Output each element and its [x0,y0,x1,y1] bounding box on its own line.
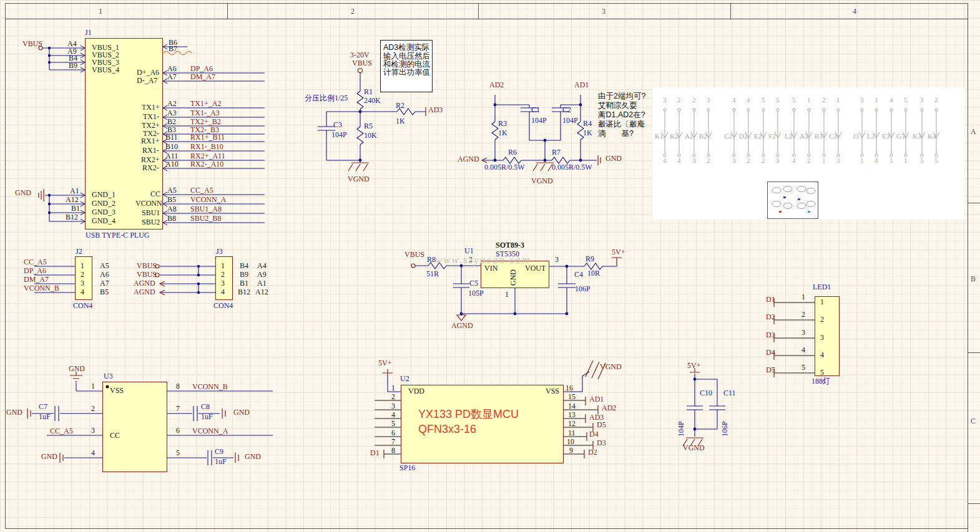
label-cc: CC [110,432,120,439]
label-a2: A2 [685,133,693,140]
label-4: 4 [747,97,750,104]
label-b1: B1 [71,205,80,212]
label-11: 11 [568,429,576,437]
label-vconn_b: VCONN_B [192,383,228,390]
label-1: 1 [875,97,878,104]
mcu-title: YX133 PD数显MCU [418,409,519,420]
label-4: 4 [792,157,796,164]
label-j3: J3 [853,133,859,140]
label-b7: B7 [169,45,177,52]
label-c11: C11 [723,389,736,397]
label-1k: 1K [396,117,405,125]
label-k2: K2 [670,133,678,140]
label-b2: B2 [699,133,707,140]
label-vss: VSS [110,387,124,394]
refdes-j3: J3 [216,248,223,255]
label-7: 7 [176,405,180,412]
label-104p: 104P [331,131,347,138]
label-tx1+: TX1+ [142,104,160,111]
label-5: 5 [391,420,395,427]
label-2: 2 [934,97,938,104]
label-b10: B10 [165,143,178,150]
label-10: 10 [567,438,574,445]
label-gnd: GND [605,155,622,162]
label-zh-text: 输入电压然后 [383,52,430,60]
label-b9: B9 [69,62,77,69]
label-d1: D1 [370,449,380,457]
label-d5: D5 [766,366,775,374]
label-5v+: 5V+ [612,248,625,256]
label-1: 1 [801,293,805,301]
label-1: 1 [91,382,95,390]
label-3: 3 [836,157,840,164]
label-k1: K1 [655,133,663,140]
label-tx1+_a2: TX1+_A2 [190,100,221,107]
label-2: 2 [692,97,696,104]
label-sbu1: SBU1 [142,209,160,216]
label-a4: A4 [257,262,267,269]
label-b2: B2 [167,118,176,125]
label-15: 15 [568,393,576,400]
label-vgnd: VGND [348,175,370,183]
label-12: 12 [568,420,576,427]
label-2: 2 [801,311,805,318]
label-b11: B11 [165,133,178,141]
label-vconn_a: VCONN_A [192,427,228,435]
label-vconn: VCONN [135,200,162,207]
label-c5: C5 [469,279,478,287]
label-agnd: AGND [451,322,473,329]
label-8: 8 [176,382,180,390]
label-d3: D3 [766,331,775,339]
label-ad3: AD3 [428,106,443,114]
label-vbus: VBUS [137,271,157,278]
label-l3: L3 [867,133,875,140]
label-16: 16 [566,384,573,392]
label-agnd: AGND [134,279,155,287]
label-d2: D2 [588,448,597,456]
label-c2: C2 [562,106,571,114]
label-tx2+_b2: TX2+_B2 [190,118,221,125]
label-3: 3 [776,157,780,164]
label-3: 3 [707,97,710,104]
label-7: 7 [391,438,395,445]
label-ad2: AD2 [602,404,616,412]
label-a1: A1 [257,279,267,287]
label-1: 1 [391,384,395,392]
label-4: 4 [732,97,736,104]
label-rx1+_b11: RX1+_B11 [190,133,225,141]
label-vbus: VBUS [137,262,157,269]
label-gnd_2: GND_2 [92,200,115,207]
label-1: 1 [836,97,840,104]
label-ad3: AD3检测实际 [383,44,429,52]
refdes-u2: U2 [400,375,409,382]
label-1: 1 [221,262,225,269]
label-9: 9 [569,447,573,454]
label-rx1+: RX1+ [141,137,159,145]
label-3: 3 [820,334,824,341]
part-led1: 188灯 [811,377,830,385]
label-d+_a6: D+_A6 [137,69,159,76]
label-240k: 240K [364,97,381,104]
label-rx1-_b10: RX1-_B10 [190,143,223,150]
label-1uf: 1uF [39,413,51,420]
label-sbu2_b8: SBU2_B8 [190,215,221,222]
label-zh-text: 计算出功率值 [383,69,430,77]
label-ad1: AD1 [589,395,604,403]
label-e3: E3 [882,133,889,140]
label-vbus_4: VBUS_4 [92,66,119,74]
label-l2: L2 [785,133,792,140]
label-105p: 105P [468,289,484,297]
label-d2: D2 [766,313,775,321]
label-tx1-: TX1- [143,113,159,120]
label-vss: VSS [546,387,559,395]
label-gnd_3: GND_3 [92,208,115,216]
label-10k: 10K [364,132,377,139]
refdes-led1: LED1 [813,283,831,291]
schematic-canvas[interactable]: 1234 ABC [0,0,980,532]
label-rx2+_a11: RX2+_A11 [190,152,225,160]
label-b5: B5 [167,196,176,203]
label-cc_a5: CC_A5 [190,186,213,194]
label-1uf: 1uF [201,413,213,420]
label-agnd: AGND [458,155,479,163]
label-4: 4 [663,157,667,164]
